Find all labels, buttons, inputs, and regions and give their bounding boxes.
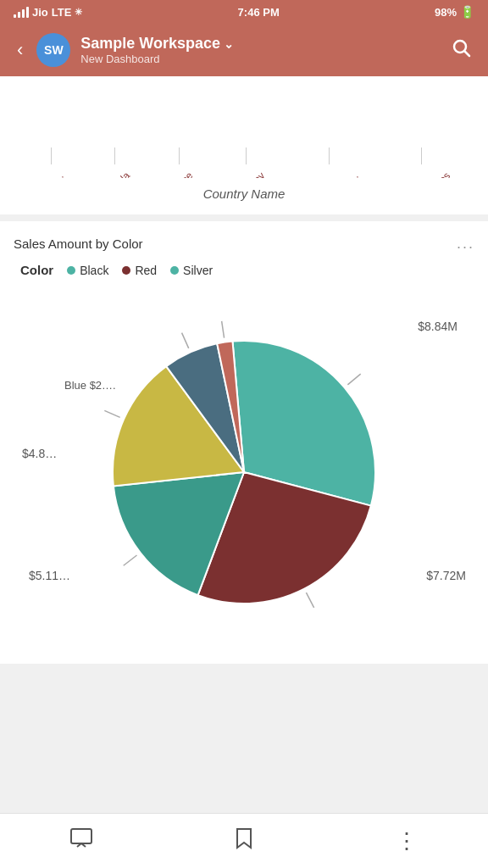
header-text: Sample Workspace ⌄ New Dashboard (80, 35, 437, 65)
battery-icon: 🔋 (460, 5, 474, 19)
legend-title: Color (20, 263, 53, 277)
chart-legend: Color Black Red Silver (14, 263, 474, 277)
status-right: 98% 🔋 (435, 5, 474, 19)
legend-red-dot (122, 266, 130, 275)
chart-title: Sales Amount by Color (14, 236, 143, 251)
country-aust: Aust… (36, 147, 66, 178)
lte-icon: ✳ (75, 7, 82, 18)
bar-chart-section: Aust… Canada France Germany United King…… (0, 76, 488, 214)
legend-black-dot (67, 266, 75, 275)
network-label: LTE (52, 6, 72, 19)
legend-silver-dot (170, 266, 179, 275)
workspace-title[interactable]: Sample Workspace ⌄ (80, 35, 437, 53)
time-label: 7:46 PM (238, 6, 280, 19)
country-uk: United King… (298, 147, 361, 178)
app-header: ‹ SW Sample Workspace ⌄ New Dashboard (0, 24, 488, 76)
more-menu-button[interactable]: ⋮ (379, 826, 435, 855)
label-4.8: $4.8… (22, 447, 57, 460)
dashboard-subtitle: New Dashboard (80, 53, 437, 65)
pie-chart-section: Sales Amount by Color ... Color Black Re… (0, 221, 488, 664)
chart-title-row: Sales Amount by Color ... (14, 235, 474, 253)
avatar: SW (36, 33, 70, 67)
country-canada: Canada (97, 147, 132, 178)
pie-chart-container: $8.84M $7.72M $5.11… $4.8… Blue $2…. (14, 294, 474, 650)
signal-bars (14, 6, 29, 18)
svg-marker-9 (237, 829, 251, 848)
svg-line-1 (465, 52, 470, 57)
more-options-button[interactable]: ... (457, 235, 474, 253)
status-left: Jio LTE ✳ (14, 6, 82, 19)
svg-line-6 (182, 333, 189, 348)
x-axis-label: Country Name (14, 178, 474, 201)
label-5.11: $5.11… (29, 569, 70, 582)
legend-black: Black (67, 264, 108, 277)
country-france: France (164, 147, 195, 178)
label-blue: Blue $2…. (64, 379, 116, 392)
svg-line-2 (347, 374, 360, 385)
chevron-down-icon: ⌄ (224, 37, 234, 51)
svg-line-5 (104, 410, 119, 417)
bar-chart-labels: Aust… Canada France Germany United King…… (14, 85, 474, 178)
carrier-label: Jio (32, 6, 48, 19)
legend-silver-label: Silver (183, 264, 213, 277)
workspace-name-label: Sample Workspace (80, 35, 220, 53)
battery-label: 98% (435, 6, 457, 19)
country-germany: Germany (225, 147, 267, 178)
bottom-nav: ⋮ (0, 813, 488, 868)
bookmark-button[interactable] (217, 824, 271, 858)
svg-rect-8 (71, 829, 92, 843)
label-8.84m: $8.84M (418, 320, 458, 333)
svg-line-4 (124, 555, 137, 565)
svg-line-3 (306, 593, 313, 608)
search-button[interactable] (447, 34, 474, 66)
legend-black-label: Black (80, 264, 108, 277)
country-us: United States (391, 147, 452, 178)
legend-red-label: Red (135, 264, 157, 277)
pie-chart-svg-main (75, 303, 413, 642)
status-bar: Jio LTE ✳ 7:46 PM 98% 🔋 (0, 0, 488, 24)
back-button[interactable]: ‹ (14, 36, 26, 64)
comment-button[interactable] (53, 825, 109, 857)
legend-red: Red (122, 264, 157, 277)
svg-line-7 (222, 321, 225, 338)
label-7.72m: $7.72M (426, 569, 466, 582)
legend-silver: Silver (170, 264, 213, 277)
